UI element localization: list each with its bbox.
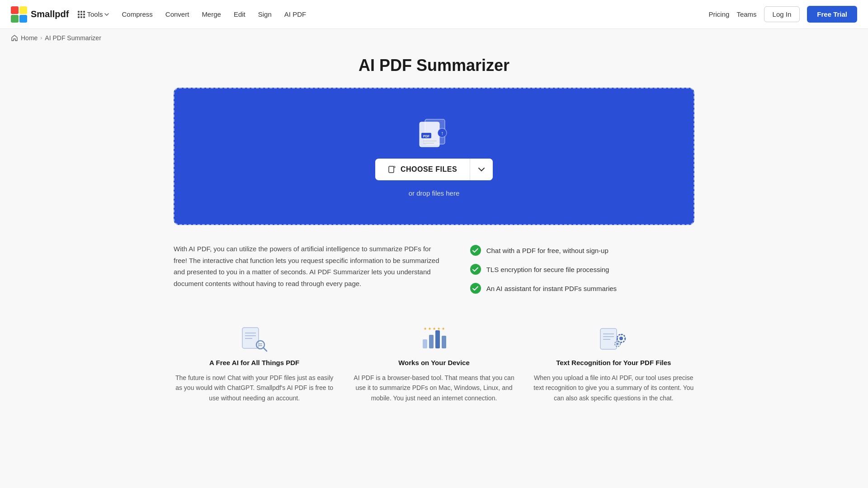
feature-list: Chat with a PDF for free, without sign-u…	[470, 243, 694, 294]
feature-item-0: Chat with a PDF for free, without sign-u…	[470, 245, 694, 256]
cards-section: A Free AI for All Things PDF The future …	[174, 325, 694, 403]
card-desc-2: When you upload a file into AI PDF, our …	[533, 373, 694, 403]
checkmark-icon	[472, 267, 478, 272]
card-icon-free-ai	[236, 325, 273, 352]
feature-text-0: Chat with a PDF for free, without sign-u…	[486, 247, 609, 254]
svg-text:★: ★	[428, 327, 431, 331]
tools-label: Tools	[87, 10, 103, 18]
choose-files-dropdown-button[interactable]	[470, 159, 493, 180]
nav-compress[interactable]: Compress	[116, 8, 158, 21]
choose-files-row: CHOOSE FILES	[375, 159, 493, 180]
svg-rect-21	[389, 166, 394, 173]
svg-text:★: ★	[433, 327, 436, 331]
svg-rect-5	[80, 11, 82, 13]
choose-files-button[interactable]: CHOOSE FILES	[375, 159, 470, 180]
svg-rect-3	[19, 15, 27, 23]
login-button[interactable]: Log In	[764, 6, 800, 22]
svg-line-28	[263, 347, 267, 351]
svg-text:★: ★	[442, 327, 445, 331]
checkmark-icon	[472, 248, 478, 253]
nav-ai-pdf[interactable]: AI PDF	[279, 8, 311, 21]
features-section: With AI PDF, you can utilize the powers …	[174, 243, 694, 294]
nav-edit[interactable]: Edit	[228, 8, 251, 21]
svg-point-47	[617, 343, 619, 345]
svg-rect-9	[83, 14, 85, 15]
svg-rect-4	[78, 11, 80, 13]
breadcrumb: Home › AI PDF Summarizer	[0, 29, 868, 47]
drop-zone[interactable]: PDF ↑ CHOOSE FILES	[174, 88, 694, 225]
breadcrumb-home[interactable]: Home	[21, 34, 38, 42]
free-ai-icon	[239, 326, 270, 352]
feature-item-1: TLS encryption for secure file processin…	[470, 264, 694, 275]
svg-rect-2	[11, 15, 19, 23]
card-title-2: Text Recognition for Your PDF Files	[556, 359, 671, 366]
svg-rect-7	[78, 14, 80, 15]
svg-rect-11	[80, 16, 82, 18]
logo-icon	[11, 6, 27, 23]
svg-rect-12	[83, 16, 85, 18]
svg-text:★: ★	[424, 327, 427, 331]
breadcrumb-separator: ›	[40, 35, 42, 41]
nav-merge[interactable]: Merge	[196, 8, 226, 21]
free-trial-button[interactable]: Free Trial	[807, 6, 857, 23]
feature-description: With AI PDF, you can utilize the powers …	[174, 243, 443, 289]
card-icon-works-device: ★ ★ ★ ★ ★	[416, 325, 452, 352]
check-icon-2	[470, 283, 481, 294]
file-upload-icon	[388, 165, 396, 174]
svg-rect-34	[442, 336, 446, 348]
teams-link[interactable]: Teams	[736, 10, 756, 18]
card-icon-text-recognition	[595, 325, 632, 352]
card-title-0: A Free AI for All Things PDF	[209, 359, 299, 366]
chevron-down-icon	[104, 13, 109, 16]
svg-text:PDF: PDF	[423, 135, 430, 138]
ocr-icon	[598, 326, 629, 352]
svg-rect-6	[83, 11, 85, 13]
feature-text-1: TLS encryption for secure file processin…	[486, 266, 609, 273]
page-title: AI PDF Summarizer	[174, 56, 694, 75]
svg-rect-32	[429, 335, 434, 348]
main-content: AI PDF Summarizer PDF ↑	[163, 47, 705, 430]
card-desc-1: AI PDF is a browser-based tool. That mea…	[353, 373, 514, 403]
card-free-ai: A Free AI for All Things PDF The future …	[174, 325, 335, 403]
checkmark-icon	[472, 286, 478, 291]
check-icon-0	[470, 245, 481, 256]
drop-hint: or drop files here	[409, 189, 460, 197]
main-nav: Compress Convert Merge Edit Sign AI PDF	[116, 8, 311, 21]
logo[interactable]: Smallpdf	[11, 6, 69, 23]
svg-text:★: ★	[437, 327, 440, 331]
svg-rect-31	[423, 339, 427, 348]
svg-text:↑: ↑	[441, 130, 443, 136]
pdf-illustration: PDF ↑	[411, 116, 457, 150]
card-title-1: Works on Your Device	[398, 359, 470, 366]
choose-files-label: CHOOSE FILES	[401, 165, 457, 174]
card-text-recognition: Text Recognition for Your PDF Files When…	[533, 325, 694, 403]
feature-item-2: An AI assistant for instant PDFs summari…	[470, 283, 694, 294]
tools-menu-button[interactable]: Tools	[74, 9, 113, 20]
logo-text: Smallpdf	[31, 9, 69, 19]
header: Smallpdf Tools Compress Convert Merge Ed…	[0, 0, 868, 29]
nav-convert[interactable]: Convert	[160, 8, 195, 21]
svg-rect-10	[78, 16, 80, 18]
grid-icon	[78, 11, 85, 18]
svg-rect-22	[394, 166, 395, 168]
pricing-link[interactable]: Pricing	[709, 10, 730, 18]
feature-text-2: An AI assistant for instant PDFs summari…	[486, 285, 617, 292]
svg-rect-1	[19, 6, 27, 14]
check-icon-1	[470, 264, 481, 275]
device-icon: ★ ★ ★ ★ ★	[418, 326, 450, 352]
svg-rect-8	[80, 14, 82, 15]
card-desc-0: The future is now! Chat with your PDF fi…	[174, 373, 335, 403]
card-works-device: ★ ★ ★ ★ ★ Works on Your Device AI PDF is…	[353, 325, 514, 403]
svg-point-45	[619, 337, 623, 340]
nav-sign[interactable]: Sign	[253, 8, 277, 21]
home-icon	[11, 34, 18, 42]
svg-rect-33	[435, 330, 440, 348]
dropdown-chevron-icon	[478, 168, 485, 172]
header-actions: Pricing Teams Log In Free Trial	[709, 6, 857, 23]
breadcrumb-current: AI PDF Summarizer	[45, 34, 101, 42]
svg-rect-0	[11, 6, 19, 14]
